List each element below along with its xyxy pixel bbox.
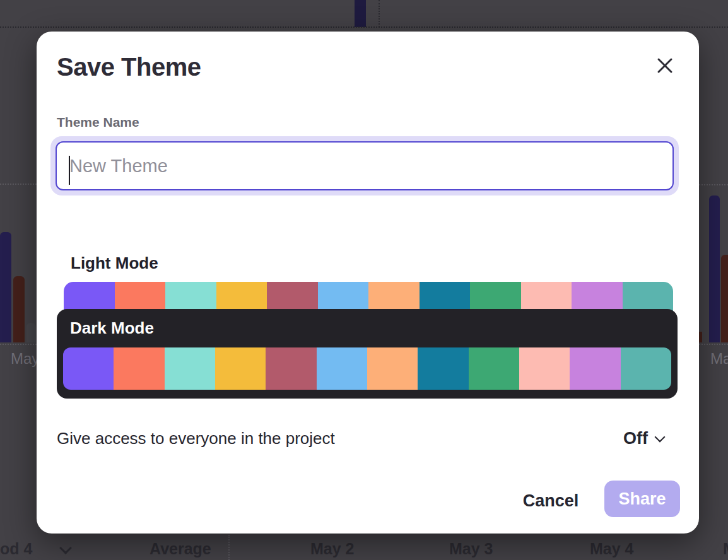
color-swatch [165,347,215,390]
app-background: May Ma od 4 Average May 2 May 3 May 4 M … [0,0,728,560]
chevron-down-icon[interactable] [59,542,72,554]
color-swatch [317,347,367,390]
chart-bar [26,323,36,342]
chart-bar [13,276,25,342]
dark-mode-palette [63,347,671,390]
dark-mode-label: Dark Mode [70,318,154,338]
grid-line-vertical [228,535,230,560]
grid-line-horizontal [0,26,728,28]
close-button[interactable] [652,53,678,78]
x-axis-label: M [723,540,728,558]
color-swatch [63,347,114,390]
color-swatch [469,347,519,390]
color-swatch [367,347,418,390]
chart-bar [355,0,366,27]
chart-bar [721,255,728,342]
color-swatch [570,347,620,390]
chart-bar [0,232,11,342]
color-swatch [266,347,316,390]
x-axis-label: May 3 [449,540,493,558]
x-axis-label: Ma [710,350,728,368]
grid-line-horizontal [0,184,37,185]
chart-bar [709,195,720,342]
grid-line-horizontal [699,184,728,185]
cancel-button[interactable]: Cancel [516,487,585,515]
color-swatch [621,347,671,390]
x-axis-label: Average [150,540,211,558]
theme-name-field-focus-ring [50,136,679,195]
text-cursor [69,156,70,185]
dark-mode-preview-card: Dark Mode [57,309,678,399]
light-mode-label: Light Mode [71,254,158,273]
access-toggle-label: Give access to everyone in the project [57,429,335,448]
theme-name-label: Theme Name [57,115,139,130]
x-axis-label: May 2 [310,540,354,558]
color-swatch [418,347,468,390]
color-swatch [114,347,164,390]
x-axis-label: May [11,350,39,368]
axis-line [0,344,37,345]
color-swatch [215,347,266,390]
theme-name-input[interactable] [56,141,674,190]
access-dropdown-value: Off [623,429,648,448]
access-dropdown[interactable]: Off [623,429,664,448]
period-dropdown-label[interactable]: od 4 [0,540,32,558]
x-axis-label: May 4 [590,540,633,558]
color-swatch [519,347,570,390]
share-button[interactable]: Share [604,481,680,517]
close-icon [657,57,673,74]
save-theme-dialog: Save Theme Theme Name Light Mode Dark Mo… [37,32,699,534]
chart-bar [699,332,702,342]
grid-line-vertical [379,0,380,27]
axis-line [699,344,728,345]
dialog-title: Save Theme [57,53,201,81]
chevron-down-icon [655,431,666,442]
